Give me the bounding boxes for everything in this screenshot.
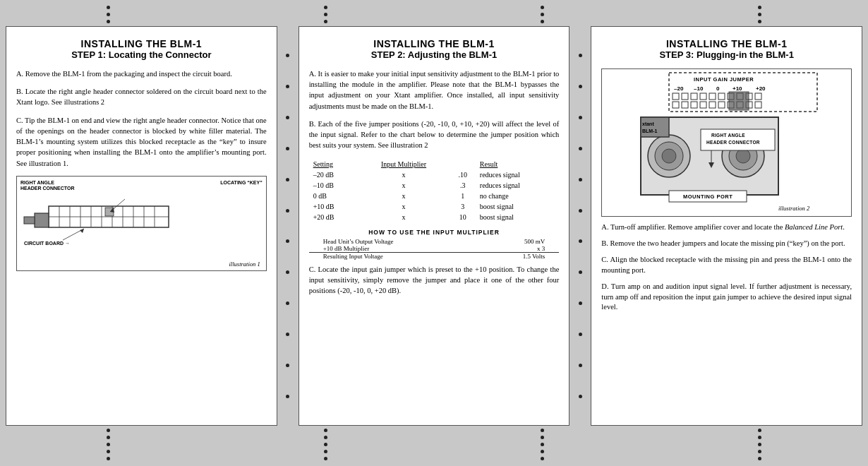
svg-text:–20: –20 (674, 85, 684, 92)
dots-col-bm2 (541, 429, 544, 460)
dot (324, 20, 327, 23)
table-row: +10 dB x 3 boost signal (311, 202, 558, 211)
dot (107, 429, 110, 432)
dot (286, 85, 289, 88)
dot (579, 301, 582, 305)
dots-col-bl (107, 429, 110, 460)
cell-val: 10 (450, 213, 476, 222)
panel3-title: INSTALLING THE BLM-1 STEP 3: Plugging-in… (601, 38, 852, 60)
illustration-2: INPUT GAIN JUMPER –20 –10 0 +10 +20 (601, 68, 852, 217)
dot (324, 450, 327, 453)
amp-diagram-svg: INPUT GAIN JUMPER –20 –10 0 +10 +20 (602, 69, 851, 217)
multiplier-box: HOW TO USE THE INPUT MULTIPLIER Head Uni… (309, 229, 560, 260)
dot (758, 20, 761, 23)
col-multiplier: Input Multiplier (358, 160, 448, 169)
dots-col-mid1 (324, 6, 327, 23)
svg-point-51 (662, 149, 676, 163)
panel1-title: INSTALLING THE BLM-1 STEP 1: Locating th… (16, 38, 267, 60)
cell-setting: 0 dB (311, 191, 358, 201)
dot (579, 270, 582, 274)
dot (579, 333, 582, 336)
panel3-body: A. Turn-off amplifier. Remove amplifier … (601, 222, 852, 313)
illus1-caption: illustration 1 (229, 261, 260, 268)
top-dots-row (0, 0, 868, 26)
cell-result: reduces signal (477, 170, 558, 179)
settings-table: Setting Input Multiplier Result –20 dB x… (309, 158, 560, 223)
dots-col-left (107, 6, 110, 23)
dot (758, 457, 761, 460)
dots-divider-1 (277, 26, 299, 426)
dot (286, 364, 289, 367)
cell-val: .3 (450, 181, 476, 190)
cell-val: 1 (450, 191, 476, 201)
panel1-para-b: B. Locate the right angle header connect… (16, 86, 267, 107)
panel1-main-title: INSTALLING THE BLM-1 (16, 38, 267, 49)
illustration-1: RIGHT ANGLEHEADER CONNECTOR LOCATING “KE… (16, 176, 267, 271)
panel1-body: A. Remove the BLM-1 from the packaging a… (16, 68, 267, 169)
dot (758, 436, 761, 439)
svg-rect-27 (673, 93, 679, 100)
dot (541, 443, 544, 446)
dot (579, 364, 582, 367)
svg-point-54 (736, 149, 750, 163)
table-row: –10 dB x .3 reduces signal (311, 181, 558, 190)
cell-x: x (358, 170, 448, 179)
dot (107, 443, 110, 446)
illus1-label-left: RIGHT ANGLEHEADER CONNECTOR (20, 180, 75, 192)
dot (579, 178, 582, 181)
dot (286, 395, 289, 398)
col-result: Result (477, 160, 558, 169)
panel3-para-c: C. Align the blocked receptacle with the… (601, 255, 852, 276)
dot (541, 457, 544, 460)
cell-result: boost signal (477, 202, 558, 211)
svg-text:RIGHT ANGLE: RIGHT ANGLE (711, 133, 745, 138)
bottom-dots-row (0, 426, 868, 466)
dot (107, 450, 110, 453)
svg-rect-38 (682, 102, 688, 108)
col-setting: Setting (311, 160, 358, 169)
dot (579, 239, 582, 243)
dot (541, 429, 544, 432)
svg-rect-40 (700, 102, 706, 108)
dot (107, 13, 110, 16)
table-row: –20 dB x .10 reduces signal (311, 170, 558, 179)
dot (579, 395, 582, 398)
calc-val-2: x 3 (537, 245, 545, 252)
dot (107, 6, 110, 9)
calc-val-1: 500 mV (524, 238, 545, 245)
dot (286, 301, 289, 305)
svg-rect-30 (700, 93, 706, 100)
cell-result: no change (477, 191, 558, 201)
dot (286, 147, 289, 150)
cell-x: x (358, 213, 448, 222)
dot (758, 450, 761, 453)
svg-rect-31 (709, 93, 716, 100)
panel3-step-title: STEP 3: Plugging-in the BLM-1 (601, 49, 852, 60)
svg-rect-47 (729, 92, 749, 110)
table-row: 0 dB x 1 no change (311, 191, 558, 201)
svg-text:0: 0 (716, 85, 720, 92)
svg-text:HEADER CONNECTOR: HEADER CONNECTOR (706, 140, 760, 145)
svg-rect-36 (755, 93, 761, 100)
dots-col-mid2 (541, 6, 544, 23)
dot (541, 13, 544, 16)
panel3-main-title: INSTALLING THE BLM-1 (601, 38, 852, 49)
dot (579, 85, 582, 88)
panel2-main-title: INSTALLING THE BLM-1 (309, 38, 560, 49)
dot (579, 147, 582, 150)
dot (324, 436, 327, 439)
cell-setting: +10 dB (311, 202, 358, 211)
cell-x: x (358, 181, 448, 190)
svg-text:+20: +20 (756, 85, 766, 92)
panel2-para-b: B. Each of the five jumper positions (-2… (309, 119, 560, 151)
svg-text:BLM-1: BLM-1 (642, 129, 657, 133)
panel-2: INSTALLING THE BLM-1 STEP 2: Adjusting t… (299, 26, 570, 426)
dot (107, 20, 110, 23)
dot (758, 6, 761, 9)
cell-setting: +20 dB (311, 213, 358, 222)
dot (286, 209, 289, 213)
page-wrapper: INSTALLING THE BLM-1 STEP 1: Locating th… (0, 0, 868, 466)
panel2-para-c: C. Locate the input gain jumper which is… (309, 264, 560, 297)
panel-3: INSTALLING THE BLM-1 STEP 3: Plugging-in… (591, 26, 862, 426)
panel2-body: A. It is easier to make your initial inp… (309, 68, 560, 151)
